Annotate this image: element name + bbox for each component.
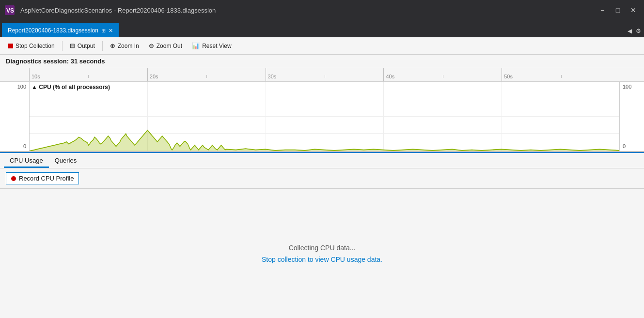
zoom-out-icon: ⊖ — [149, 42, 154, 49]
queries-tab-label: Queries — [55, 157, 77, 164]
zoom-in-icon: ⊕ — [110, 42, 115, 49]
stop-collection-button[interactable]: Stop Collection — [4, 39, 59, 53]
chart-area: ▲ CPU (% of all processors) — [29, 82, 620, 151]
title-bar: VS AspNetCoreDiagnosticScenarios - Repor… — [0, 0, 644, 20]
cpu-chart-svg — [30, 82, 619, 151]
reset-view-label: Reset View — [202, 43, 231, 49]
stop-icon — [8, 44, 13, 48]
ruler-tick-50s: 50s — [502, 68, 620, 81]
minimize-button[interactable]: − — [596, 3, 609, 17]
diagnostics-header: Diagnostics session: 31 seconds — [0, 55, 644, 68]
close-button[interactable]: ✕ — [627, 3, 640, 17]
record-cpu-profile-label: Record CPU Profile — [19, 175, 74, 182]
diagnostics-session-text: Diagnostics session: 31 seconds — [6, 58, 105, 65]
y-min-right: 0 — [623, 143, 641, 149]
window-title: AspNetCoreDiagnosticScenarios - Report20… — [20, 7, 216, 14]
cpu-chart-container: 100 0 ▲ CPU (% of all processors) 100 0 — [0, 82, 644, 152]
tab-scroll-left[interactable]: ◀ — [627, 27, 633, 35]
tab-queries[interactable]: Queries — [49, 154, 83, 168]
ruler-tick-10s: 10s — [29, 68, 147, 81]
ruler-right-spacer — [620, 68, 644, 81]
y-axis-right: 100 0 — [620, 82, 644, 151]
toolbar: Stop Collection ⊟ Output ⊕ Zoom In ⊖ Zoo… — [0, 37, 644, 55]
chart-title-text: ▲ CPU (% of all processors) — [31, 84, 110, 91]
zoom-out-label: Zoom Out — [157, 43, 182, 49]
ruler-tick-20s: 20s — [147, 68, 266, 81]
record-area: Record CPU Profile — [0, 168, 644, 189]
title-bar-left: VS AspNetCoreDiagnosticScenarios - Repor… — [4, 4, 216, 16]
tab-bar: Report20200406-1833.diagsession ⊞ ✕ ◀ ⚙ — [0, 20, 644, 37]
y-min-left: 0 — [3, 143, 26, 149]
toolbar-separator-2 — [102, 41, 103, 51]
ruler-inner: 10s 20s 30s 40s 50s — [29, 68, 620, 81]
toolbar-separator-1 — [62, 41, 63, 51]
reset-view-icon: 📊 — [192, 42, 200, 49]
vs-logo: VS — [4, 4, 16, 16]
collecting-text: Collecting CPU data... — [289, 244, 356, 252]
output-label: Output — [78, 43, 95, 49]
timeline-ruler: 10s 20s 30s 40s 50s — [29, 68, 620, 82]
zoom-in-button[interactable]: ⊕ Zoom In — [106, 39, 143, 53]
output-icon: ⊟ — [70, 42, 75, 49]
y-max-right: 100 — [623, 84, 641, 90]
panel-content: Record CPU Profile Collecting CPU data..… — [0, 168, 644, 318]
maximize-button[interactable]: □ — [611, 3, 625, 17]
stop-collection-label: Stop Collection — [16, 43, 55, 49]
output-button[interactable]: ⊟ Output — [65, 39, 99, 53]
bottom-section: CPU Usage Queries Record CPU Profile Col… — [0, 152, 644, 318]
timeline-ruler-container: 10s 20s 30s 40s 50s — [0, 68, 644, 82]
bottom-tab-strip: CPU Usage Queries — [0, 153, 644, 168]
stop-collection-link[interactable]: Stop collection to view CPU usage data. — [262, 256, 382, 263]
zoom-out-button[interactable]: ⊖ Zoom Out — [144, 39, 187, 53]
settings-icon[interactable]: ⚙ — [635, 27, 642, 35]
pin-icon[interactable]: ⊞ — [101, 28, 106, 34]
record-cpu-profile-button[interactable]: Record CPU Profile — [6, 172, 79, 184]
title-bar-controls: − □ ✕ — [596, 3, 640, 17]
record-dot-icon — [11, 176, 16, 181]
zoom-in-label: Zoom In — [118, 43, 139, 49]
tab-close-icon[interactable]: ✕ — [109, 28, 113, 34]
y-axis-left: 100 0 — [0, 82, 29, 151]
tab-cpu-usage[interactable]: CPU Usage — [4, 154, 49, 168]
y-max-left: 100 — [3, 84, 26, 90]
chart-title: ▲ CPU (% of all processors) — [31, 84, 110, 91]
cpu-usage-tab-label: CPU Usage — [10, 157, 43, 164]
tab-bar-left: Report20200406-1833.diagsession ⊞ ✕ — [2, 23, 119, 37]
ruler-tick-40s: 40s — [383, 68, 502, 81]
svg-text:VS: VS — [6, 7, 14, 14]
center-message: Collecting CPU data... Stop collection t… — [0, 189, 644, 318]
document-tab[interactable]: Report20200406-1833.diagsession ⊞ ✕ — [2, 23, 119, 37]
reset-view-button[interactable]: 📊 Reset View — [188, 39, 236, 53]
ruler-tick-30s: 30s — [266, 68, 384, 81]
ruler-left-spacer — [0, 68, 29, 81]
tab-label: Report20200406-1833.diagsession — [8, 27, 98, 34]
tab-bar-right: ◀ ⚙ — [627, 27, 642, 37]
